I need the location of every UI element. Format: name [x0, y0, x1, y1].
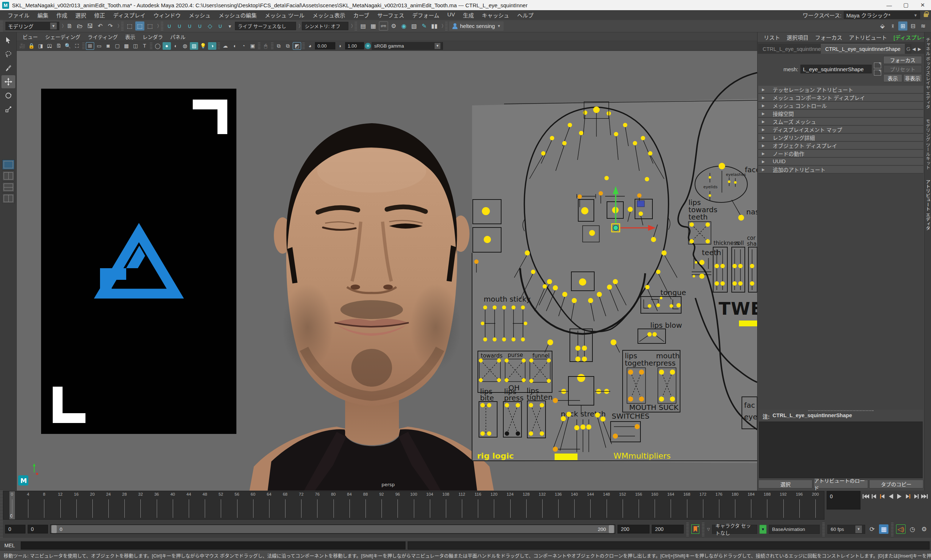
toolbar-grip[interactable] [355, 22, 357, 31]
range-grip[interactable] [0, 520, 3, 538]
channel-box-toggle-icon[interactable]: ⊞ [898, 22, 907, 31]
menu-item[interactable]: 作成 [52, 11, 71, 19]
go-to-end-button[interactable] [920, 493, 928, 500]
range-grip[interactable] [686, 522, 689, 536]
step-back-key-button[interactable] [879, 493, 886, 500]
lasso-tool[interactable] [2, 48, 15, 61]
timeline-tick[interactable]: 0 [4, 492, 20, 518]
toolbar-grip[interactable] [150, 43, 153, 49]
timeline-tick[interactable]: 16 [68, 492, 84, 518]
exposure-toggle-icon[interactable]: ◩ [293, 42, 301, 50]
ae-bottom-button[interactable]: 選択 [758, 480, 812, 488]
bookmark-button[interactable]: + [691, 525, 699, 534]
timeline-tick[interactable]: 148 [599, 492, 615, 518]
select-object-icon[interactable]: ⬚ [135, 22, 144, 31]
color-management-icon[interactable]: ⚙ [365, 43, 371, 49]
toolbar-separator[interactable] [156, 22, 159, 30]
range-grip[interactable] [891, 522, 894, 536]
menu-item[interactable]: 生成 [459, 11, 478, 19]
close-button[interactable]: ✕ [914, 0, 931, 10]
camera-attributes-icon[interactable]: ◨ [36, 42, 45, 50]
time-slider[interactable]: 0 04812162024283236404448525660646872768… [3, 491, 825, 520]
animation-start-field[interactable]: 0 [5, 525, 25, 534]
toolbar-grip[interactable] [258, 43, 260, 49]
show-button[interactable]: 表示 [883, 74, 902, 82]
tab-attribute-editor[interactable]: アトリビュート エディタ [925, 180, 931, 231]
anim-layer-field[interactable]: BaseAnimation [769, 525, 820, 534]
hide-button[interactable]: 非表示 [903, 74, 922, 82]
step-forward-key-button[interactable] [904, 493, 912, 500]
timeline-tick[interactable]: 84 [342, 492, 358, 518]
timeline-tick[interactable]: 88 [358, 492, 373, 518]
timeline-tick[interactable]: 124 [502, 492, 518, 518]
toolbar-grip[interactable] [217, 43, 220, 49]
chevron-down-icon[interactable]: ▾ [226, 22, 234, 30]
timeline-tick[interactable]: 64 [261, 492, 277, 518]
timeline-tick[interactable]: 104 [422, 492, 438, 518]
lock-icon[interactable] [924, 14, 928, 17]
gamma-field[interactable]: 1.00 [345, 42, 364, 49]
field-chart-icon[interactable]: ▩ [122, 42, 131, 50]
hypershade-icon[interactable]: ◉ [399, 22, 408, 31]
menu-item[interactable]: メッシュの編集 [214, 11, 261, 19]
timeline-tick[interactable]: 184 [743, 492, 759, 518]
shadows-icon[interactable]: ◑ [208, 42, 216, 50]
live-surface-field[interactable]: ライブ サーフェスなし [235, 22, 296, 30]
redo-icon[interactable]: ↷ [106, 22, 115, 31]
play-backwards-button[interactable] [887, 493, 895, 500]
render-setup-icon[interactable]: ▧ [410, 22, 419, 31]
command-line-input[interactable] [21, 542, 405, 549]
2d-pan-zoom-icon[interactable]: 🔍 [64, 42, 72, 50]
menu-item[interactable]: ディスプレイ [109, 11, 150, 19]
presets-button[interactable]: プリセット [883, 65, 922, 73]
attribute-section-header[interactable]: メッシュ コンポーネント ディスプレイ [758, 94, 923, 102]
paint-effects-icon[interactable]: ✎ [420, 22, 429, 31]
depth-of-field-icon[interactable]: ▣ [248, 42, 257, 50]
timeline-tick[interactable]: 176 [711, 492, 727, 518]
timeline-tick[interactable]: 168 [679, 492, 695, 518]
toolbar-grip[interactable] [302, 43, 305, 49]
multisample-icon[interactable]: ◔ [239, 42, 248, 50]
timeline-tick[interactable]: 140 [566, 492, 582, 518]
timeline-tick[interactable]: 156 [630, 492, 647, 518]
timeline-tick[interactable]: 152 [615, 492, 630, 518]
toolbar-separator[interactable] [350, 22, 353, 30]
timeline-tick[interactable]: 52 [213, 492, 229, 518]
timeline-tick[interactable]: 68 [277, 492, 293, 518]
menu-item[interactable]: メッシュ ツール [261, 11, 308, 19]
timeline-tick[interactable]: 4 [20, 492, 36, 518]
menu-item[interactable]: カーブ [349, 11, 373, 19]
panel-menu-item[interactable]: ライティング [84, 33, 122, 40]
range-end-handle[interactable] [609, 525, 614, 533]
timeline-tick[interactable]: 72 [293, 492, 309, 518]
grid-toggle-icon[interactable]: ⊞ [86, 42, 94, 50]
loop-mode-icon[interactable]: ⟳ [867, 525, 877, 534]
tab-channel-box[interactable]: チャネル ボックス/レイヤ エディタ [925, 37, 931, 109]
ae-menu-item[interactable]: フォーカス [812, 34, 846, 41]
play-forwards-button[interactable] [896, 493, 903, 500]
timeline-tick[interactable]: 56 [229, 492, 245, 518]
tab-scroll-right-icon[interactable]: ▶ [918, 46, 921, 52]
bookmark-icon[interactable]: 🕮 [45, 42, 54, 50]
attribute-section-header[interactable]: ディスプレイスメント マップ [758, 126, 923, 134]
panel-menu-item[interactable]: レンダラ [139, 33, 166, 40]
open-scene-icon[interactable]: 🗁 [75, 22, 84, 31]
attribute-section-header[interactable]: ノードの動作 [758, 150, 923, 158]
menu-item[interactable]: デフォーム [408, 11, 443, 19]
timeline-tick[interactable]: 36 [149, 492, 165, 518]
toolbar-grip[interactable] [82, 43, 85, 49]
tab-transform-node[interactable]: CTRL_L_eye_squintInner [758, 44, 821, 54]
exposure-icon[interactable]: ◕ [306, 42, 314, 50]
menu-item[interactable]: UV [443, 11, 459, 19]
film-gate-icon[interactable]: ▭ [95, 42, 103, 50]
snap-view-plane-icon[interactable]: ◇ [205, 22, 214, 31]
use-all-lights-icon[interactable]: 💡 [199, 42, 207, 50]
attribute-section-header[interactable]: レンダリング詳細 [758, 134, 923, 142]
toolbar-separator[interactable] [60, 22, 64, 30]
lock-camera-icon[interactable]: 🔒 [27, 42, 35, 50]
fps-select[interactable]: 60 fps ▼ [827, 525, 865, 534]
maximize-button[interactable]: ▢ [897, 0, 914, 10]
attribute-section-header[interactable]: メッシュ コントロール [758, 102, 923, 110]
ipr-render-icon[interactable]: IPR [379, 22, 388, 31]
pause-viewport-icon[interactable]: ▮▮ [430, 22, 439, 31]
